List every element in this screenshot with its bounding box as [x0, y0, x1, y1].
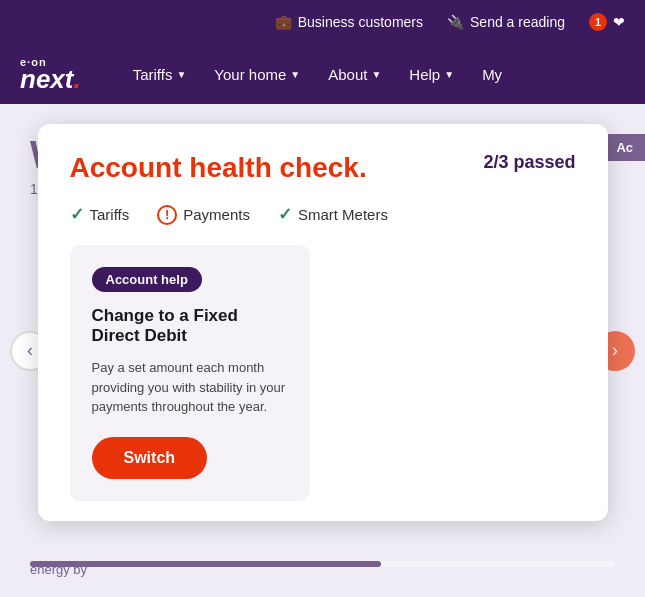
modal-overlay: Account health check. 2/3 passed ✓ Tarif…	[0, 104, 645, 597]
tariffs-check-icon: ✓	[70, 204, 84, 225]
tariffs-chevron-icon: ▼	[176, 69, 186, 80]
logo-next: next.	[20, 66, 81, 92]
health-item-tariffs: ✓ Tariffs	[70, 204, 130, 225]
info-card-title: Change to a Fixed Direct Debit	[92, 306, 288, 346]
your-home-chevron-icon: ▼	[290, 69, 300, 80]
payments-warning-icon: !	[157, 205, 177, 225]
send-reading-link[interactable]: 🔌 Send a reading	[447, 14, 565, 30]
nav-bar: e·on next. Tariffs ▼ Your home ▼ About ▼…	[0, 44, 645, 104]
info-card: Account help Change to a Fixed Direct De…	[70, 245, 310, 501]
meter-icon: 🔌	[447, 14, 464, 30]
your-home-label: Your home	[214, 66, 286, 83]
logo[interactable]: e·on next.	[20, 57, 81, 92]
health-check-card: Account health check. 2/3 passed ✓ Tarif…	[38, 124, 608, 521]
send-reading-label: Send a reading	[470, 14, 565, 30]
smart-meters-item-label: Smart Meters	[298, 206, 388, 223]
smart-meters-check-icon: ✓	[278, 204, 292, 225]
nav-my[interactable]: My	[470, 58, 514, 91]
nav-help[interactable]: Help ▼	[397, 58, 466, 91]
health-check-items: ✓ Tariffs ! Payments ✓ Smart Meters	[70, 204, 576, 225]
nav-your-home[interactable]: Your home ▼	[202, 58, 312, 91]
heart-icon: ❤	[613, 14, 625, 30]
nav-about[interactable]: About ▼	[316, 58, 393, 91]
health-check-title: Account health check.	[70, 152, 367, 184]
health-item-payments: ! Payments	[157, 205, 250, 225]
info-card-description: Pay a set amount each month providing yo…	[92, 358, 288, 417]
top-bar: 💼 Business customers 🔌 Send a reading 1 …	[0, 0, 645, 44]
notifications-link[interactable]: 1 ❤	[589, 13, 625, 31]
payments-item-label: Payments	[183, 206, 250, 223]
business-label: Business customers	[298, 14, 423, 30]
health-check-score: 2/3 passed	[483, 152, 575, 173]
account-help-badge: Account help	[92, 267, 202, 292]
page-background: Wo 192 G Ac ‹ › t paym payme ment is s a…	[0, 104, 645, 597]
tariffs-label: Tariffs	[133, 66, 173, 83]
nav-items: Tariffs ▼ Your home ▼ About ▼ Help ▼ My	[121, 58, 625, 91]
help-chevron-icon: ▼	[444, 69, 454, 80]
health-check-header: Account health check. 2/3 passed	[70, 152, 576, 184]
switch-button[interactable]: Switch	[92, 437, 208, 479]
nav-tariffs[interactable]: Tariffs ▼	[121, 58, 199, 91]
business-customers-link[interactable]: 💼 Business customers	[275, 14, 423, 30]
about-label: About	[328, 66, 367, 83]
my-label: My	[482, 66, 502, 83]
health-item-smart-meters: ✓ Smart Meters	[278, 204, 388, 225]
tariffs-item-label: Tariffs	[90, 206, 130, 223]
help-label: Help	[409, 66, 440, 83]
notification-badge: 1	[589, 13, 607, 31]
about-chevron-icon: ▼	[371, 69, 381, 80]
briefcase-icon: 💼	[275, 14, 292, 30]
